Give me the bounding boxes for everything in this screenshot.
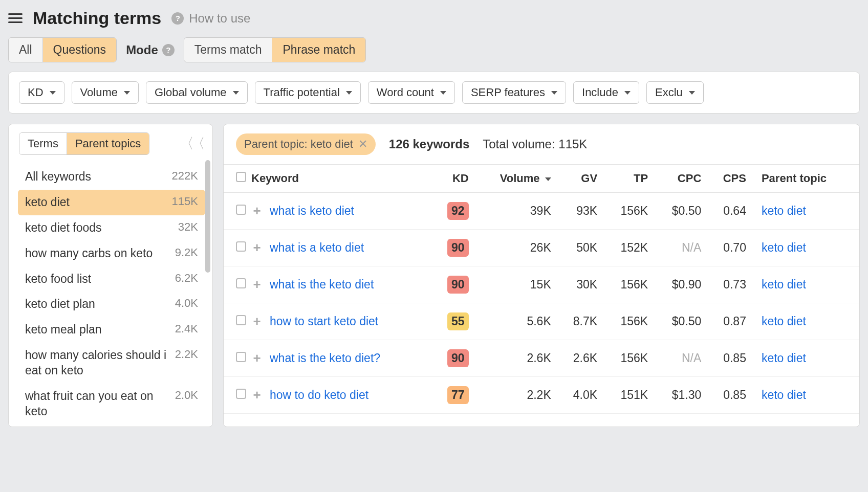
expand-icon[interactable]: + [251,206,263,217]
kd-badge: 90 [447,349,469,367]
col-parent-topic[interactable]: Parent topic [751,165,859,193]
row-checkbox[interactable] [236,315,246,325]
filter-traffic-potential[interactable]: Traffic potential [255,81,361,104]
row-checkbox[interactable] [236,352,246,362]
expand-icon[interactable]: + [251,390,263,401]
keyword-link[interactable]: how to start keto diet [270,315,378,328]
row-checkbox[interactable] [236,205,246,215]
filter-serp-features[interactable]: SERP features [462,81,566,104]
kd-badge: 77 [447,386,469,404]
cps-cell: 0.87 [706,303,751,340]
row-checkbox[interactable] [236,278,246,288]
select-all-checkbox[interactable] [236,172,246,182]
caret-down-icon [346,91,352,95]
sidebar-item[interactable]: what fruit can you eat on keto2.0K [18,384,205,424]
volume-cell: 2.2K [474,377,556,414]
sidebar-item-count: 2.4K [175,322,198,336]
col-cps[interactable]: CPS [706,165,751,193]
sidebar-item[interactable]: keto food list6.2K [18,266,205,292]
row-checkbox[interactable] [236,389,246,399]
sidebar-item[interactable]: keto diet plan4.0K [18,292,205,317]
tp-cell: 156K [602,193,653,230]
kd-badge: 55 [447,312,469,330]
sidebar-item-count: 115K [172,195,198,208]
tp-cell: 151K [602,377,653,414]
sidebar-item-label: keto food list [25,272,91,287]
kd-badge: 90 [447,276,469,294]
expand-icon[interactable]: + [251,242,263,254]
sidebar-item-count: 9.2K [175,246,198,259]
parent-topic-link[interactable]: keto diet [762,204,806,217]
filter-word-count[interactable]: Word count [368,81,455,104]
col-gv[interactable]: GV [556,165,602,193]
filter-bar: KDVolumeGlobal volumeTraffic potentialWo… [8,72,860,114]
col-tp[interactable]: TP [602,165,653,193]
parent-topic-link[interactable]: keto diet [762,315,806,328]
volume-cell: 39K [474,193,556,230]
kd-badge: 90 [447,239,469,257]
filter-volume[interactable]: Volume [72,81,139,104]
sidebar-item[interactable]: how many carbs on keto9.2K [18,241,205,266]
scope-questions[interactable]: Questions [43,38,117,62]
keyword-link[interactable]: what is the keto diet [270,278,374,292]
sidebar-item[interactable]: keto diet foods32K [18,215,205,241]
expand-icon[interactable]: + [251,279,263,290]
volume-cell: 26K [474,230,556,266]
filter-include[interactable]: Include [573,81,639,104]
filter-kd[interactable]: KD [19,81,64,104]
parent-topic-link[interactable]: keto diet [762,278,806,291]
sidebar-tabs: Terms Parent topics [19,132,149,155]
sidebar-item[interactable]: keto diet115K [18,190,205,215]
caret-down-icon [440,91,446,95]
mode-phrase-match[interactable]: Phrase match [272,38,365,62]
sidebar-item-count: 32K [178,220,198,234]
sidebar-item-label: how many carbs on keto [25,246,153,261]
keyword-link[interactable]: what is the keto diet? [270,351,380,365]
sidebar-item[interactable]: how many calories should i eat on keto2.… [18,343,205,384]
table-row: +what is a keto diet9026K50K152KN/A0.70k… [224,230,859,266]
volume-cell: 15K [474,266,556,303]
collapse-sidebar-icon[interactable]: 〈〈 [180,134,202,153]
col-kd[interactable]: KD [431,165,474,193]
expand-icon[interactable]: + [251,316,263,327]
row-checkbox[interactable] [236,241,246,252]
scope-all[interactable]: All [9,38,43,62]
sidebar-panel: Terms Parent topics 〈〈 All keywords222Kk… [8,124,213,427]
total-volume: Total volume: 115K [483,137,587,151]
menu-icon[interactable] [8,11,23,26]
gv-cell: 50K [556,230,602,266]
caret-down-icon [50,91,56,95]
cps-cell: 0.73 [706,266,751,303]
parent-topic-link[interactable]: keto diet [762,241,806,254]
filter-exclu[interactable]: Exclu [646,81,704,104]
mode-terms-match[interactable]: Terms match [184,38,273,62]
tab-terms[interactable]: Terms [19,133,67,154]
how-to-use-link[interactable]: ? How to use [171,11,250,26]
tab-parent-topics[interactable]: Parent topics [67,133,149,154]
sidebar-item[interactable]: keto meal plan2.4K [18,317,205,343]
caret-down-icon [624,91,631,95]
help-icon[interactable]: ? [162,44,175,56]
col-keyword[interactable]: Keyword [251,165,431,193]
cpc-cell: $1.30 [653,377,706,414]
keyword-link[interactable]: how to do keto diet [270,388,368,402]
remove-filter-icon[interactable]: ✕ [358,138,367,151]
sidebar-item-label: keto diet plan [25,297,95,312]
col-cpc[interactable]: CPC [653,165,706,193]
sidebar-item-count: 222K [172,169,198,183]
sidebar-item-label: keto meal plan [25,322,102,338]
keyword-link[interactable]: what is a keto diet [270,241,364,255]
table-row: +what is keto diet9239K93K156K$0.500.64k… [224,193,859,230]
expand-icon[interactable]: + [251,353,263,364]
keyword-link[interactable]: what is keto diet [270,204,354,218]
filter-global-volume[interactable]: Global volume [146,81,248,104]
parent-topic-link[interactable]: keto diet [762,351,806,365]
kd-badge: 92 [447,202,469,220]
parent-topic-link[interactable]: keto diet [762,388,806,401]
sidebar-item-count: 4.0K [175,297,198,310]
table-row: +what is the keto diet9015K30K156K$0.900… [224,266,859,303]
active-filter-tag[interactable]: Parent topic: keto diet ✕ [236,133,376,155]
sidebar-item[interactable]: All keywords222K [18,164,205,190]
scrollbar-thumb[interactable] [205,160,210,273]
col-volume[interactable]: Volume [474,165,556,193]
